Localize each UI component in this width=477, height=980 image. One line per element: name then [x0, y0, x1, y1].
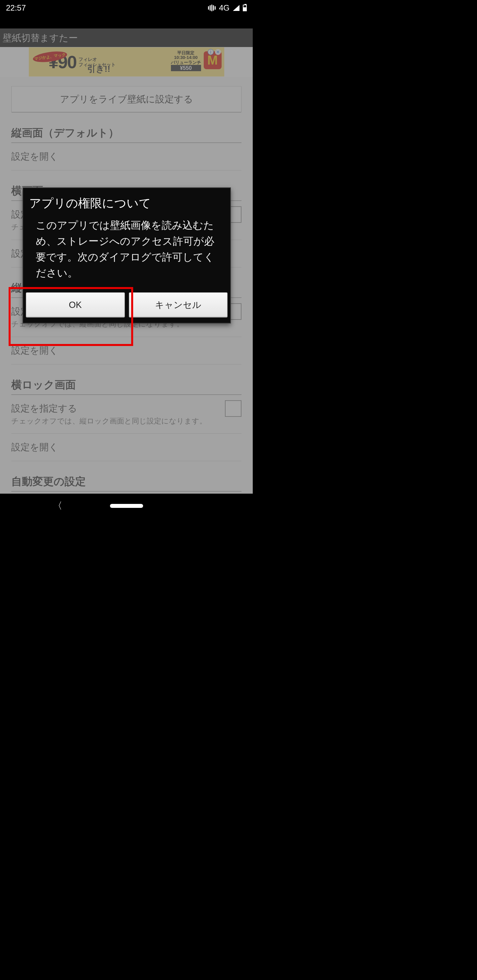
- back-icon[interactable]: 〈: [53, 500, 62, 512]
- phone-frame: 22:57 4G 壁紙切替ますたー マジかよ、マック ¥90 フィレオ フィッシ…: [0, 0, 253, 518]
- network-label: 4G: [219, 3, 230, 13]
- status-bar: 22:57 4G: [0, 0, 253, 16]
- ok-button[interactable]: OK: [26, 292, 125, 318]
- vibrate-icon: [208, 5, 215, 11]
- battery-icon: [243, 5, 247, 11]
- status-time: 22:57: [6, 3, 26, 13]
- permission-dialog: アプリの権限について このアプリでは壁紙画像を読み込むため、ストレージへのアクセ…: [22, 188, 231, 323]
- status-right: 4G: [208, 3, 247, 13]
- cancel-button[interactable]: キャンセル: [129, 292, 228, 318]
- dialog-body: このアプリでは壁紙画像を読み込むため、ストレージへのアクセス許可が必要です。次の…: [23, 218, 230, 290]
- signal-icon: [233, 5, 239, 11]
- dialog-button-row: OK キャンセル: [23, 290, 230, 323]
- navigation-bar: 〈: [0, 494, 253, 518]
- home-pill[interactable]: [110, 504, 143, 508]
- dialog-title: アプリの権限について: [23, 188, 230, 218]
